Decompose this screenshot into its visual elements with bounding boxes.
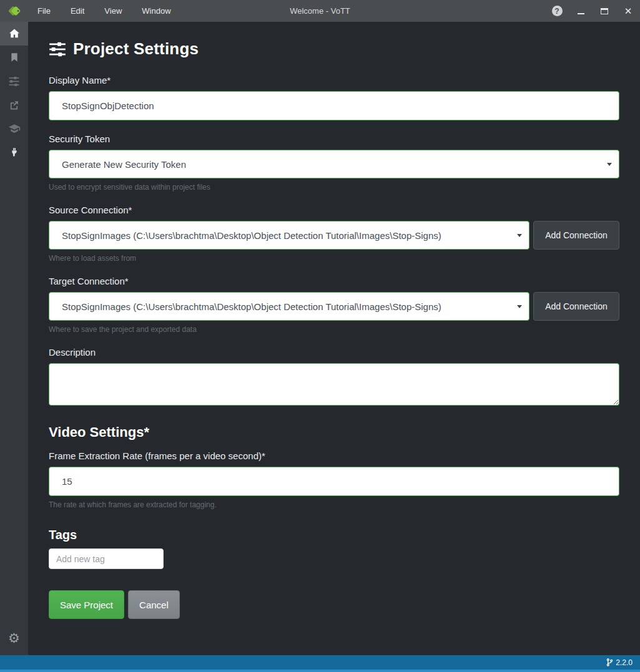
close-button[interactable]: ✕ <box>616 0 640 22</box>
cancel-button[interactable]: Cancel <box>128 590 180 619</box>
app-version: 2.2.0 <box>616 658 633 667</box>
source-connection-label: Source Connection* <box>49 205 619 215</box>
display-name-field: Display Name* <box>49 75 619 120</box>
sliders-icon <box>8 75 20 87</box>
external-link-icon <box>9 100 19 110</box>
maximize-icon <box>601 8 608 14</box>
sidebar-item-settings[interactable] <box>0 69 28 93</box>
git-branch-icon <box>606 658 613 666</box>
security-token-select[interactable]: Generate New Security Token <box>49 150 619 178</box>
sidebar-item-app-settings[interactable]: ⚙ <box>0 626 28 650</box>
frame-rate-field: Frame Extraction Rate (frames per a vide… <box>49 450 619 509</box>
close-icon: ✕ <box>624 6 633 17</box>
target-connection-field: Target Connection* StopSignImages (C:\Us… <box>49 276 619 334</box>
sidebar-item-plugins[interactable] <box>0 140 28 164</box>
menu-file[interactable]: File <box>30 0 58 22</box>
security-token-label: Security Token <box>49 134 619 144</box>
sidebar: ⚙ <box>0 22 28 655</box>
minimize-button[interactable] <box>569 0 593 22</box>
source-connection-selected-value: StopSignImages (C:\Users\brachtma\Deskto… <box>62 230 441 241</box>
sidebar-item-learning[interactable] <box>0 117 28 140</box>
home-icon <box>8 27 21 40</box>
sidebar-item-bookmark[interactable] <box>0 46 28 69</box>
menu-view[interactable]: View <box>97 0 129 22</box>
titlebar: File Edit View Window Welcome - VoTT ? ✕ <box>0 0 640 22</box>
gear-icon: ⚙ <box>8 631 20 646</box>
source-connection-help: Where to load assets from <box>49 254 619 263</box>
plug-icon <box>9 147 19 158</box>
frame-rate-help: The rate at which frames are extracted f… <box>49 500 619 509</box>
target-connection-help: Where to save the project and exported d… <box>49 325 619 334</box>
target-connection-select[interactable]: StopSignImages (C:\Users\brachtma\Deskto… <box>49 292 529 321</box>
window-controls: ? ✕ <box>545 0 640 22</box>
minimize-icon <box>578 13 584 14</box>
project-settings-page: Project Settings Display Name* Security … <box>28 22 640 655</box>
chevron-down-icon <box>607 163 612 166</box>
display-name-label: Display Name* <box>49 75 619 85</box>
menu-edit[interactable]: Edit <box>63 0 92 22</box>
security-token-selected-value: Generate New Security Token <box>62 159 186 170</box>
source-connection-select[interactable]: StopSignImages (C:\Users\brachtma\Deskto… <box>49 221 529 250</box>
statusbar-accent <box>0 670 640 672</box>
statusbar: 2.2.0 <box>0 655 640 672</box>
help-icon: ? <box>552 6 563 16</box>
security-token-field: Security Token Generate New Security Tok… <box>49 134 619 192</box>
graduation-cap-icon <box>8 122 21 135</box>
security-token-help: Used to encrypt sensitive data within pr… <box>49 183 619 192</box>
project-settings-icon <box>49 41 66 58</box>
frame-rate-label: Frame Extraction Rate (frames per a vide… <box>49 450 619 461</box>
description-textarea[interactable] <box>49 363 619 406</box>
source-connection-field: Source Connection* StopSignImages (C:\Us… <box>49 205 619 263</box>
save-project-button[interactable]: Save Project <box>49 590 124 619</box>
help-button[interactable]: ? <box>545 0 569 22</box>
maximize-button[interactable] <box>593 0 616 22</box>
add-tag-input[interactable] <box>49 548 164 569</box>
page-title: Project Settings <box>73 39 199 59</box>
chevron-down-icon <box>517 234 522 237</box>
target-connection-label: Target Connection* <box>49 276 619 286</box>
sidebar-item-home[interactable] <box>0 22 28 46</box>
source-add-connection-button[interactable]: Add Connection <box>533 221 619 250</box>
sidebar-item-export[interactable] <box>0 93 28 117</box>
display-name-input[interactable] <box>49 91 619 120</box>
video-settings-heading: Video Settings* <box>49 424 619 441</box>
form-actions: Save Project Cancel <box>49 590 619 619</box>
vott-logo-icon <box>8 4 21 17</box>
frame-rate-input[interactable] <box>49 467 619 496</box>
target-connection-selected-value: StopSignImages (C:\Users\brachtma\Deskto… <box>62 301 441 312</box>
description-field: Description <box>49 347 619 408</box>
bookmark-icon <box>9 52 19 63</box>
menu-window[interactable]: Window <box>134 0 178 22</box>
tags-heading: Tags <box>49 528 619 542</box>
description-label: Description <box>49 347 619 358</box>
menubar: File Edit View Window <box>30 0 179 22</box>
chevron-down-icon <box>517 305 522 308</box>
page-header: Project Settings <box>49 39 619 59</box>
target-add-connection-button[interactable]: Add Connection <box>533 292 619 321</box>
